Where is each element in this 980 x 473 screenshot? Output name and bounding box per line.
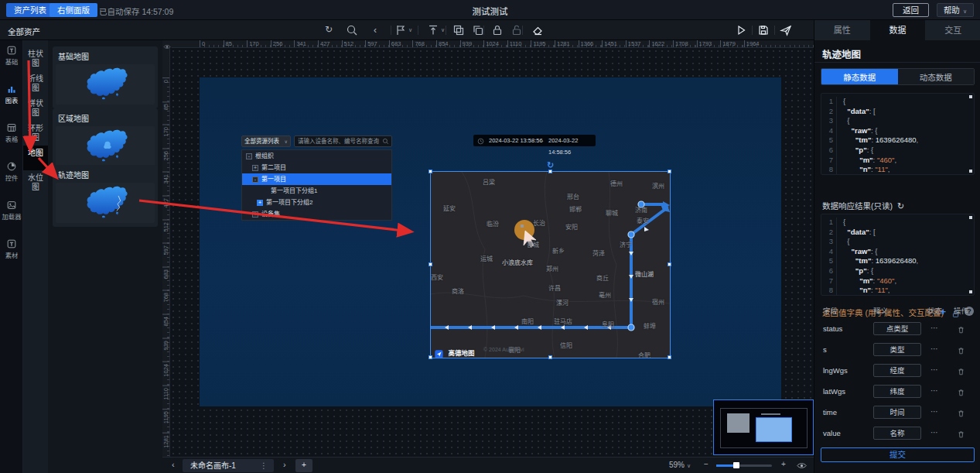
row-menu-icon[interactable]: ⋯ — [930, 386, 938, 395]
prev-canvas-icon[interactable]: ‹ — [172, 460, 175, 469]
expand-icon[interactable]: + — [257, 200, 263, 206]
asset-card-区域地图[interactable]: 区域地图 — [53, 108, 158, 170]
delete-row-icon[interactable] — [957, 344, 965, 354]
flag-icon[interactable] — [394, 24, 407, 36]
collapse-panel-icon[interactable]: ‹ — [374, 25, 377, 36]
zoom-out-icon[interactable]: − — [704, 460, 709, 468]
collapse-icon[interactable]: - — [252, 177, 258, 183]
eraser-icon[interactable] — [531, 24, 544, 36]
refresh-icon[interactable]: ↻ — [897, 201, 904, 211]
row-menu-icon[interactable]: ⋯ — [930, 407, 938, 416]
field-meaning-input[interactable]: 名称 — [873, 427, 921, 440]
tab-属性[interactable]: 属性 — [814, 20, 870, 40]
asset-list-button[interactable]: 资产列表 — [6, 3, 54, 17]
rail-item-素材[interactable]: 素材 — [0, 238, 23, 272]
tab-交互[interactable]: 交互 — [925, 20, 980, 40]
zoom-slider[interactable] — [716, 464, 772, 467]
category-环形图[interactable]: 环形图 — [23, 121, 48, 146]
lock-icon[interactable] — [491, 24, 504, 36]
field-meaning-input[interactable]: 点类型 — [873, 322, 921, 335]
rail-item-基础[interactable]: 基础 — [0, 45, 23, 79]
preview-eye-icon[interactable] — [797, 461, 807, 471]
rail-item-控件[interactable]: 控件 — [0, 161, 23, 195]
resource-filter-dropdown[interactable]: 全部资源列表∨ — [241, 135, 291, 147]
row-menu-icon[interactable]: ⋯ — [930, 344, 938, 353]
submit-button[interactable]: 提交 — [821, 447, 975, 462]
toolbar-divider — [391, 26, 391, 35]
field-meaning-input[interactable]: 类型 — [873, 343, 921, 356]
zoom-level-dropdown[interactable]: 59%∨ — [669, 461, 691, 469]
rail-item-图表[interactable]: 图表 — [0, 84, 23, 118]
rail-item-加载器[interactable]: 加载器 — [0, 200, 23, 234]
next-canvas-icon[interactable]: › — [283, 460, 286, 469]
play-icon[interactable] — [735, 24, 747, 36]
toolbar-divider — [522, 26, 523, 35]
response-data-viewer[interactable]: 1{2 "data": [3 {4 "raw": {5 "tm": 163962… — [821, 214, 975, 296]
tree-node-根组织[interactable]: -根组织 — [242, 150, 391, 162]
search-icon — [382, 138, 389, 145]
time-range-widget[interactable]: 2024-03-22 13:58:56 - 2024-03-22 14:58:5… — [473, 135, 596, 146]
align-top-icon[interactable] — [427, 24, 439, 36]
delete-row-icon[interactable] — [957, 324, 965, 333]
widget-title: 轨迹地图 — [822, 46, 861, 61]
city-label-菏泽: 菏泽 — [592, 248, 605, 257]
canvas-menu-icon[interactable]: ⋮ — [260, 459, 268, 472]
canvas-tab[interactable]: 未命名画布-1⋮ — [183, 459, 274, 472]
city-label-许昌: 许昌 — [548, 283, 561, 292]
tab-数据[interactable]: 数据 — [870, 20, 926, 40]
category-折线图[interactable]: 折线图 — [23, 71, 48, 96]
static-data-tab[interactable]: 静态数据 — [821, 69, 898, 84]
delete-row-icon[interactable] — [957, 407, 965, 416]
delete-row-icon[interactable] — [957, 428, 965, 437]
add-canvas-button[interactable]: + — [295, 459, 312, 472]
minimap[interactable] — [713, 399, 814, 455]
static-data-editor[interactable]: 1{2 "data": [3 {4 "raw": {5 "tm": 163962… — [821, 93, 975, 175]
copy-icon[interactable] — [472, 24, 484, 36]
scrollbar[interactable] — [969, 170, 972, 173]
right-panel-button[interactable]: 右侧面版 — [50, 3, 97, 17]
asset-card-轨迹地图[interactable]: 轨迹地图 — [53, 165, 158, 227]
search-icon[interactable] — [346, 24, 358, 36]
tree-node-第一项目下分组1[interactable]: 第一项目下分组1 — [242, 185, 391, 197]
expand-icon[interactable]: + — [252, 211, 258, 218]
category-柱状图[interactable]: 柱状图 — [23, 46, 48, 71]
field-meaning-input[interactable]: 纬度 — [873, 385, 921, 398]
ruler-label: 341 — [162, 172, 169, 184]
ruler-visibility-eye-icon[interactable] — [162, 40, 172, 48]
device-search-input[interactable]: 请输入设备名称、编号名称查询 — [294, 135, 392, 147]
amap-logo: 高德地图 — [435, 344, 474, 354]
row-menu-icon[interactable]: ⋯ — [930, 324, 938, 332]
rail-item-表格[interactable]: 表格 — [0, 122, 23, 156]
field-meaning-input[interactable]: 时间 — [873, 406, 921, 419]
unlock-icon[interactable] — [510, 24, 523, 36]
tree-node-第二项目[interactable]: +第二项目 — [242, 162, 391, 173]
trajectory-map-widget[interactable]: 吕梁德州滨州延安邢台邯郸聊城济南泰安临汾长治安阳晋城新乡菏泽济宁运城小浪底水库郑… — [431, 172, 670, 358]
scrollbar[interactable] — [969, 95, 972, 98]
delete-row-icon[interactable] — [957, 386, 965, 396]
tree-node-第一项目[interactable]: -第一项目 — [242, 173, 391, 185]
category-水位图[interactable]: 水位图 — [23, 170, 48, 195]
row-menu-icon[interactable]: ⋯ — [930, 365, 938, 374]
scrollbar[interactable] — [969, 290, 972, 293]
refresh-assets-icon[interactable]: ↻ — [325, 24, 333, 35]
dynamic-data-tab[interactable]: 动态数据 — [898, 69, 975, 84]
group-icon[interactable] — [452, 24, 465, 36]
tree-node-第一项目下分组2[interactable]: +第一项目下分组2 — [242, 197, 391, 208]
category-地图[interactable]: 地图 — [23, 146, 48, 170]
asset-card-基础地图[interactable]: 基础地图 — [53, 46, 158, 108]
delete-row-icon[interactable] — [957, 365, 965, 375]
save-icon[interactable] — [757, 24, 770, 36]
row-menu-icon[interactable]: ⋯ — [930, 428, 938, 437]
help-button[interactable]: 帮助∨ — [937, 3, 974, 17]
scrollbar[interactable] — [969, 216, 972, 219]
zoom-slider-handle[interactable] — [733, 462, 739, 468]
send-icon[interactable] — [780, 24, 792, 36]
expand-icon[interactable]: + — [252, 165, 258, 171]
back-button[interactable]: 返回 — [893, 3, 929, 17]
category-饼状图[interactable]: 饼状图 — [23, 96, 48, 121]
tree-node-设备集[interactable]: +设备集 — [242, 208, 391, 220]
rotate-handle-icon[interactable]: ↻ — [547, 160, 554, 170]
zoom-in-icon[interactable]: + — [781, 460, 786, 468]
collapse-icon[interactable]: - — [246, 153, 252, 159]
field-meaning-input[interactable]: 经度 — [873, 364, 921, 377]
